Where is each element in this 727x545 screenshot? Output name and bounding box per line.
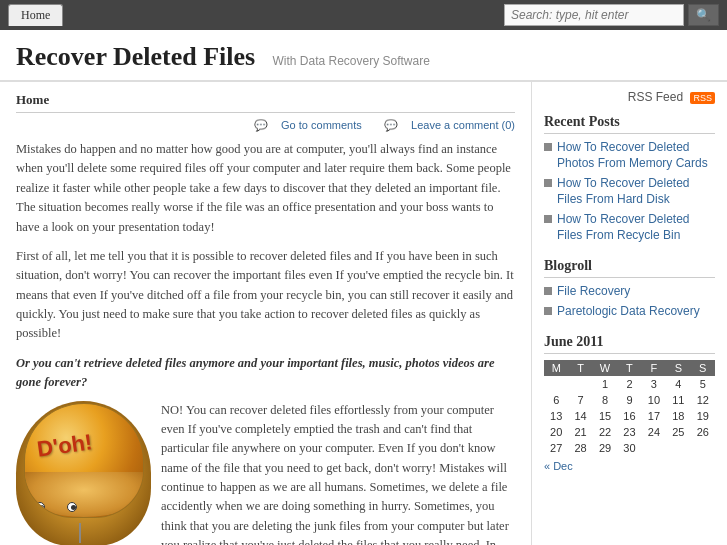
cal-day[interactable]: 1 [593, 376, 617, 392]
cal-day[interactable]: 19 [691, 408, 715, 424]
blogroll-link-2[interactable]: Paretologic Data Recovery [557, 304, 700, 320]
cal-day[interactable]: 11 [666, 392, 690, 408]
go-to-comments-link[interactable]: Go to comments [281, 119, 362, 131]
leave-comment-link[interactable]: Leave a comment (0) [411, 119, 515, 131]
cal-day [691, 440, 715, 456]
search-input[interactable] [504, 4, 684, 26]
prev-month-link[interactable]: « Dec [544, 460, 573, 472]
calendar-section: June 2011 MTWTFSS 1234567891011121314151… [544, 334, 715, 472]
cal-day[interactable]: 13 [544, 408, 568, 424]
home-tab[interactable]: Home [8, 4, 63, 26]
article-bold-question: Or you can't retrieve deleted files anym… [16, 354, 515, 393]
cal-header: T [617, 360, 641, 376]
cal-day[interactable]: 25 [666, 424, 690, 440]
rss-label[interactable]: RSS Feed [628, 90, 683, 104]
recent-post-link-1[interactable]: How To Recover Deleted Photos From Memor… [557, 140, 715, 171]
cal-day[interactable]: 17 [642, 408, 666, 424]
blogroll-title: Blogroll [544, 258, 715, 278]
cal-day[interactable]: 16 [617, 408, 641, 424]
recent-post-item-2: How To Recover Deleted Files From Hard D… [544, 176, 715, 207]
cal-day[interactable]: 12 [691, 392, 715, 408]
cal-day [642, 440, 666, 456]
calendar-nav: « Dec [544, 460, 715, 472]
cal-day[interactable]: 6 [544, 392, 568, 408]
page-title: Recover Deleted Files [16, 42, 255, 71]
breadcrumb: Home [16, 92, 515, 113]
cal-header: W [593, 360, 617, 376]
blogroll-section: Blogroll File Recovery Paretologic Data … [544, 258, 715, 320]
article-paragraph-3: NO! You can recover deleted files effort… [161, 401, 515, 546]
bullet-icon [544, 179, 552, 187]
cal-day [568, 376, 592, 392]
cal-header: F [642, 360, 666, 376]
cal-header: S [666, 360, 690, 376]
blogroll-item-1: File Recovery [544, 284, 715, 300]
bullet-icon [544, 287, 552, 295]
cal-day[interactable]: 14 [568, 408, 592, 424]
recent-post-item-1: How To Recover Deleted Photos From Memor… [544, 140, 715, 171]
article-image: D'oh! [16, 401, 151, 546]
article-paragraph-1: Mistakes do happen and no matter how goo… [16, 140, 515, 237]
comment-bar: 💬 Go to comments 💬 Leave a comment (0) [16, 119, 515, 132]
bullet-icon [544, 215, 552, 223]
cal-day[interactable]: 22 [593, 424, 617, 440]
cal-header: T [568, 360, 592, 376]
cal-day[interactable]: 20 [544, 424, 568, 440]
cal-day[interactable]: 29 [593, 440, 617, 456]
search-button[interactable]: 🔍 [688, 4, 719, 26]
cal-day[interactable]: 21 [568, 424, 592, 440]
cal-header: M [544, 360, 568, 376]
cal-day[interactable]: 23 [617, 424, 641, 440]
article-paragraph-2: First of all, let me tell you that it is… [16, 247, 515, 344]
recent-post-item-3: How To Recover Deleted Files From Recycl… [544, 212, 715, 243]
cal-day[interactable]: 28 [568, 440, 592, 456]
cal-day[interactable]: 8 [593, 392, 617, 408]
cal-day[interactable]: 4 [666, 376, 690, 392]
cal-day[interactable]: 24 [642, 424, 666, 440]
recent-posts-section: Recent Posts How To Recover Deleted Phot… [544, 114, 715, 244]
cal-day[interactable]: 5 [691, 376, 715, 392]
rss-icon: RSS [690, 92, 715, 104]
cal-day[interactable]: 7 [568, 392, 592, 408]
bullet-icon [544, 307, 552, 315]
cal-day[interactable]: 10 [642, 392, 666, 408]
cal-day [544, 376, 568, 392]
cal-day[interactable]: 2 [617, 376, 641, 392]
cal-day[interactable]: 30 [617, 440, 641, 456]
blogroll-link-1[interactable]: File Recovery [557, 284, 630, 300]
calendar-title: June 2011 [544, 334, 715, 354]
cal-header: S [691, 360, 715, 376]
recent-post-link-3[interactable]: How To Recover Deleted Files From Recycl… [557, 212, 715, 243]
page-subtitle: With Data Recovery Software [272, 54, 429, 68]
cal-day[interactable]: 18 [666, 408, 690, 424]
calendar-table: MTWTFSS 12345678910111213141516171819202… [544, 360, 715, 456]
rss-area: RSS Feed RSS [544, 90, 715, 104]
cal-day[interactable]: 26 [691, 424, 715, 440]
recent-post-link-2[interactable]: How To Recover Deleted Files From Hard D… [557, 176, 715, 207]
cal-day[interactable]: 27 [544, 440, 568, 456]
cal-day[interactable]: 3 [642, 376, 666, 392]
recent-posts-title: Recent Posts [544, 114, 715, 134]
cal-day [666, 440, 690, 456]
cal-day[interactable]: 9 [617, 392, 641, 408]
bullet-icon [544, 143, 552, 151]
cal-day[interactable]: 15 [593, 408, 617, 424]
blogroll-item-2: Paretologic Data Recovery [544, 304, 715, 320]
